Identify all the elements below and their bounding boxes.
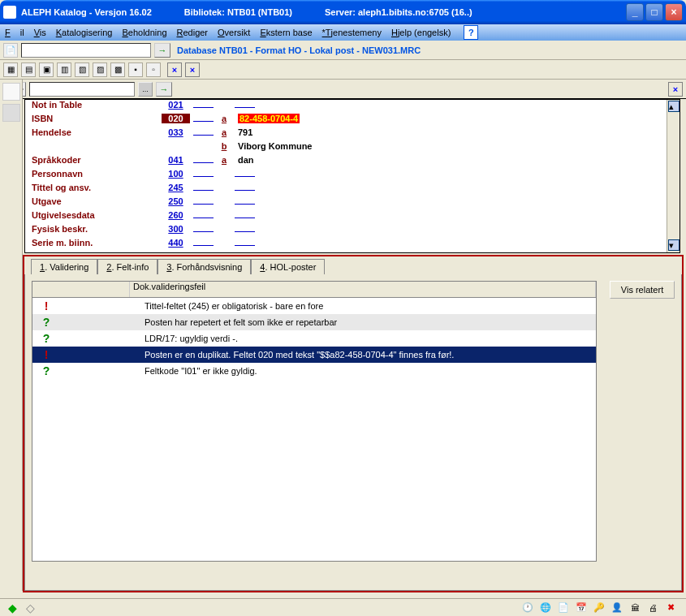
maximize-button[interactable]: □ bbox=[645, 3, 663, 21]
menu-fil[interactable]: Fil bbox=[5, 28, 24, 37]
status-icon-cal[interactable]: 📅 bbox=[574, 601, 589, 615]
error-row[interactable]: ?LDR/17: ugyldig verdi -. bbox=[32, 330, 596, 347]
indicator[interactable] bbox=[193, 176, 214, 177]
tb2-btn-2[interactable]: ▤ bbox=[21, 62, 36, 77]
tab-validering[interactable]: 1. Validering bbox=[31, 259, 97, 275]
marc-tag[interactable]: 021 bbox=[162, 100, 190, 110]
scroll-up-button[interactable]: ▴ bbox=[668, 101, 680, 112]
subfield-code[interactable]: b bbox=[217, 141, 231, 151]
help-icon[interactable]: ? bbox=[464, 25, 478, 40]
menu-katalogisering[interactable]: Katalogisering bbox=[56, 28, 113, 37]
error-row[interactable]: ?Posten har repetert et felt som ikke er… bbox=[32, 314, 596, 330]
marc-row[interactable]: Språkkoder041adan bbox=[25, 155, 680, 169]
tab-holposter[interactable]: 4. HOL-poster bbox=[251, 259, 325, 274]
indicator[interactable] bbox=[193, 162, 214, 163]
combo-dropdown-button[interactable]: ... bbox=[138, 82, 153, 97]
menu-rediger[interactable]: Rediger bbox=[177, 28, 209, 37]
tb2-x2[interactable]: × bbox=[185, 62, 200, 77]
menu-tjeneste[interactable]: *Tjenestemeny bbox=[322, 28, 382, 37]
indicator[interactable] bbox=[193, 218, 214, 218]
status-icon-clock[interactable]: 🕐 bbox=[520, 601, 535, 615]
status-icon-print[interactable]: 🖨 bbox=[645, 601, 660, 615]
subfield-empty[interactable] bbox=[235, 176, 255, 177]
tab-feltinfo[interactable]: 2. Felt-info bbox=[97, 259, 157, 274]
subfield-empty[interactable] bbox=[235, 245, 255, 246]
subfield-code[interactable]: a bbox=[217, 155, 231, 165]
indicator[interactable] bbox=[193, 190, 214, 191]
marc-row[interactable]: Utgave250 bbox=[25, 196, 680, 210]
menu-vis[interactable]: Vis bbox=[34, 28, 46, 37]
marc-tag[interactable]: 020 bbox=[162, 114, 190, 123]
menu-ekstern[interactable]: Ekstern base bbox=[260, 28, 312, 37]
marc-row[interactable]: Serie m. biinn.440 bbox=[25, 238, 680, 252]
error-row[interactable]: ?Feltkode "I01" er ikke gyldig. bbox=[32, 363, 596, 379]
marc-tag[interactable]: 440 bbox=[162, 238, 190, 248]
tb2-btn-4[interactable]: ▥ bbox=[57, 62, 71, 77]
error-row[interactable]: !Posten er en duplikat. Feltet 020 med t… bbox=[32, 347, 596, 363]
marc-row[interactable]: Personnavn100 bbox=[25, 169, 680, 183]
marc-row[interactable]: Tittel og ansv.245 bbox=[25, 183, 680, 196]
subfield-empty[interactable] bbox=[235, 107, 255, 108]
field-value[interactable]: 791 bbox=[238, 127, 252, 137]
status-icon-globe[interactable]: 🌐 bbox=[538, 601, 553, 615]
close-button[interactable]: × bbox=[665, 3, 683, 21]
sidebar-item-1[interactable] bbox=[2, 83, 20, 101]
indicator[interactable] bbox=[193, 245, 214, 246]
menu-oversikt[interactable]: Oversikt bbox=[218, 28, 250, 37]
menu-hjelp[interactable]: Hjelp (engelsk) bbox=[391, 28, 451, 37]
menu-beholdning[interactable]: Beholdning bbox=[122, 28, 166, 37]
subfield-code[interactable]: a bbox=[217, 127, 231, 137]
status-icon-key[interactable]: 🔑 bbox=[592, 601, 606, 615]
subfield-empty[interactable] bbox=[235, 218, 255, 218]
minimize-button[interactable]: _ bbox=[626, 3, 644, 21]
status-icon-doc[interactable]: 📄 bbox=[556, 601, 571, 615]
go-button[interactable]: → bbox=[154, 43, 170, 58]
marc-tag[interactable]: 300 bbox=[162, 224, 190, 234]
marc-tag[interactable]: 260 bbox=[162, 210, 190, 220]
indicator[interactable] bbox=[193, 121, 214, 122]
close-tab-button[interactable]: × bbox=[668, 82, 683, 97]
marc-tag[interactable]: 041 bbox=[162, 155, 190, 165]
marc-tag[interactable]: 033 bbox=[162, 127, 190, 137]
scroll-down-button[interactable]: ▾ bbox=[668, 239, 680, 251]
marc-tag[interactable]: 250 bbox=[162, 196, 190, 206]
indicator[interactable] bbox=[193, 204, 214, 205]
field-value[interactable]: Viborg Kommune bbox=[238, 141, 312, 151]
tb2-btn-5[interactable]: ▧ bbox=[75, 62, 89, 77]
vertical-scrollbar[interactable]: ▴ ▾ bbox=[667, 100, 680, 252]
tb-icon-1[interactable]: 📄 bbox=[3, 43, 18, 58]
tb2-x1[interactable]: × bbox=[167, 62, 182, 77]
vis-relatert-button[interactable]: Vis relatert bbox=[610, 281, 675, 299]
subfield-empty[interactable] bbox=[235, 204, 255, 205]
marc-row[interactable]: ISBN020a82-458-0704-4 bbox=[25, 114, 680, 127]
subfield-empty[interactable] bbox=[235, 231, 255, 232]
tb2-btn-9[interactable]: ▫ bbox=[146, 62, 161, 77]
tb2-btn-6[interactable]: ▨ bbox=[93, 62, 107, 77]
indicator[interactable] bbox=[193, 107, 214, 108]
marc-tag[interactable]: 245 bbox=[162, 183, 190, 192]
indicator[interactable] bbox=[193, 231, 214, 232]
go-button-2[interactable]: → bbox=[156, 82, 172, 97]
tb2-btn-3[interactable]: ▣ bbox=[39, 62, 54, 77]
search-input[interactable] bbox=[21, 43, 151, 58]
sidebar-item-2[interactable] bbox=[2, 104, 20, 122]
marc-row[interactable]: Fysisk beskr.300 bbox=[25, 224, 680, 238]
marc-row[interactable]: bViborg Kommune bbox=[25, 141, 680, 155]
tb2-btn-8[interactable]: ▪ bbox=[128, 62, 143, 77]
tb2-btn-7[interactable]: ▩ bbox=[110, 62, 125, 77]
status-icon-ppl[interactable]: 👤 bbox=[610, 601, 624, 615]
indicator[interactable] bbox=[193, 135, 214, 136]
marc-row[interactable]: Utgivelsesdata260 bbox=[25, 210, 680, 224]
field-value[interactable]: dan bbox=[238, 155, 254, 165]
status-icon-home[interactable]: 🏛 bbox=[628, 601, 642, 615]
subfield-empty[interactable] bbox=[235, 190, 255, 191]
error-row[interactable]: !Tittel-feltet (245) er obligatorisk - b… bbox=[32, 298, 596, 314]
tab-forhand[interactable]: 3. Forhåndsvisning bbox=[157, 259, 251, 274]
combo-input[interactable] bbox=[29, 82, 135, 97]
marc-tag[interactable]: 100 bbox=[162, 169, 190, 179]
tb2-btn-1[interactable]: ▦ bbox=[3, 62, 18, 77]
status-icon-x[interactable]: ✖ bbox=[663, 601, 678, 615]
marc-row[interactable]: Not in Table021 bbox=[25, 100, 680, 114]
marc-row[interactable]: Hendelse033a791 bbox=[25, 127, 680, 141]
field-value[interactable]: 82-458-0704-4 bbox=[238, 114, 300, 123]
